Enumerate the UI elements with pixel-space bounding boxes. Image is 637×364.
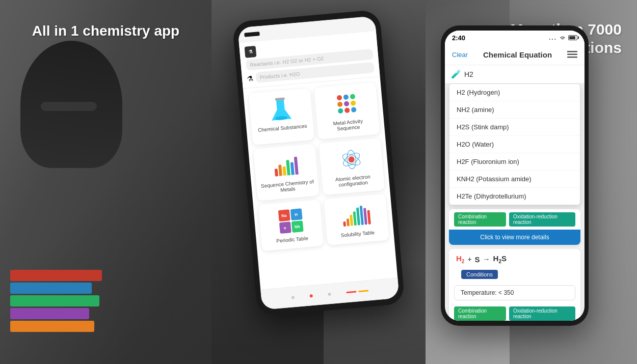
indicator-bar-2 [358,290,368,292]
nav-clear-button[interactable]: Clear [452,51,468,59]
metal-dots-icon [332,90,360,118]
flask-icon-large [267,96,295,123]
sulfur-formula: S [475,255,480,264]
beaker-icon: 🧪 [451,69,461,79]
tag-oxidation-2: Oxidation-reduction reaction [509,306,575,321]
reaction-1-tags: Combination reaction Oxidation-reduction… [449,209,580,230]
svg-rect-5 [567,57,577,58]
tag-combination-1: Combination reaction [454,212,506,227]
grid-item-metal-activity[interactable]: Metal Activity Sequence [314,82,380,139]
grid-item-periodic[interactable]: Na H e Nh Periodic Table [258,200,324,251]
grid-item-sequence-chemistry[interactable]: Sequence Chemistry of Metals [253,144,319,201]
dropdown-item-h2[interactable]: H2 (Hydrogen) [449,84,580,101]
middle-phone-screen: ⚗ Reactants i.e. H2 O2 or H2 + O2 ⚗ Prod… [237,16,399,310]
status-icons: ... [549,34,577,41]
status-time: 2:40 [452,34,465,42]
bottom-icons [346,290,368,293]
equation-formula: H2 + S → H2S [449,249,580,269]
reaction-card-1: Combination reaction Oxidation-reduction… [449,209,580,245]
nav-dot-1 [291,296,295,299]
grid-item-solubility[interactable]: Solubility Table [324,194,389,245]
grid-label-solubility: Solubility Table [340,230,375,238]
grid-item-atomic[interactable]: Atomic electron configuration [319,138,385,195]
search-h2-input[interactable]: H2 [464,70,578,78]
book-5 [10,321,94,332]
reaction-card-2: H2 + S → H2S Conditions Temperature: < 3… [449,249,580,321]
h2-subscript: 2 [462,259,465,264]
h2s-formula: H2S [493,254,507,264]
nav-dot-2 [309,294,313,297]
conditions-section: Conditions [449,269,580,282]
arrow-symbol: → [483,255,490,263]
dropdown-item-knh2[interactable]: KNH2 (Potassium amide) [449,171,580,188]
nav-dot-3 [328,292,331,296]
atom-icon [337,146,365,173]
right-panel: More than 7000 chemical equations 2:40 .… [426,0,637,364]
books-stack [10,270,102,333]
dropdown-item-h2f[interactable]: H2F (Fluoronium ion) [449,153,580,171]
dropdown-item-h2te[interactable]: H2Te (Dihydrotellurium) [449,188,580,205]
right-phone-frame: 2:40 ... Clear Chemical Equ [441,25,589,326]
h2-formula: H2 [456,254,464,264]
grid-label-chemical-substances: Chemical Substances [258,123,307,133]
right-status-bar: 2:40 ... [445,31,585,45]
left-panel: All in 1 chemistry app [0,0,211,364]
wifi-icon [559,35,566,41]
menu-list-icon[interactable] [567,51,577,59]
right-phone-screen: 2:40 ... Clear Chemical Equ [445,31,585,321]
grid-label-metal-activity: Metal Activity Sequence [321,117,376,133]
middle-panel: ⚗ Reactants i.e. H2 O2 or H2 + O2 ⚗ Prod… [211,0,426,364]
dropdown-item-nh2[interactable]: NH2 (amine) [449,101,580,119]
phone-camera [244,32,260,37]
svg-rect-6 [567,51,569,52]
right-screen-content: H2 (Hydrogen) NH2 (amine) H2S (Stink dam… [445,83,585,321]
app-logo: ⚗ [245,46,257,58]
middle-phone-frame: ⚗ Reactants i.e. H2 O2 or H2 + O2 ⚗ Prod… [232,9,405,316]
phone-bottom-nav [260,277,399,310]
solubility-icon [342,202,370,229]
grid-item-chemical-substances[interactable]: Chemical Substances [249,88,314,145]
reaction-2-tags: Combination reaction Oxidation-reduction… [449,303,580,321]
tag-combination-2: Combination reaction [454,306,506,321]
svg-rect-4 [567,53,577,55]
battery-icon [568,35,577,40]
svg-rect-3 [567,51,577,52]
nav-title: Chemical Equation [483,50,552,59]
search-reactants-text: Reactants i.e. H2 O2 or H2 + O2 [250,55,324,68]
middle-content: ⚗ Reactants i.e. H2 O2 or H2 + O2 ⚗ Prod… [211,0,426,364]
grid-label-periodic: Periodic Table [276,235,308,243]
grid-label-sequence-chemistry: Sequence Chemistry of Metals [260,179,315,194]
book-2 [10,283,92,294]
autocomplete-dropdown: H2 (Hydrogen) NH2 (amine) H2S (Stink dam… [449,83,580,205]
plus-symbol: + [467,255,471,263]
three-dots-icon: ... [549,34,557,41]
conditions-label: Conditions [461,270,498,279]
glasses [41,102,97,111]
book-1 [10,270,102,281]
grid-label-atomic: Atomic electron configuration [326,173,381,189]
dropdown-item-h2o[interactable]: H2O (Water) [449,136,580,153]
left-tagline: All in 1 chemistry app [0,23,211,39]
flask-icon-small: ⚗ [247,74,254,82]
right-search-area: 🧪 H2 [445,65,585,83]
book-4 [10,308,89,319]
periodic-table-icon: Na H e Nh [277,207,304,235]
battery-fill [569,36,575,39]
tag-oxidation-1: Oxidation-reduction reaction [509,212,575,227]
h2s-subscript: 2 [498,259,501,264]
right-nav-bar: Clear Chemical Equation [445,45,585,65]
view-details-btn-1[interactable]: Click to view more details [449,230,580,245]
indicator-bar-1 [346,291,356,293]
book-3 [10,295,99,306]
conditions-box: Temperature: < 350 [454,285,575,300]
activity-bars-icon [272,152,300,179]
features-grid: Chemical Substances [243,77,395,257]
search-products-text: Products i.e. H2O [259,71,300,80]
dropdown-item-h2s[interactable]: H2S (Stink damp) [449,119,580,136]
